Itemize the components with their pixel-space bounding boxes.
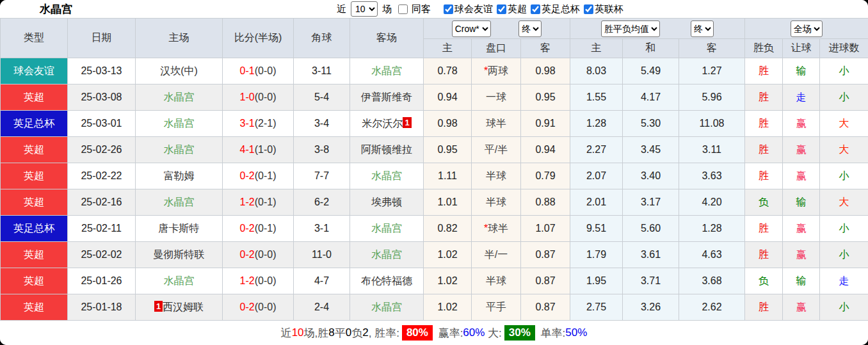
score-cell: 1-0(0-0) — [223, 84, 294, 111]
col-header-corner: 角球 — [294, 19, 350, 58]
summary-segment: 0 — [346, 326, 351, 339]
match-type-badge: 英超 — [1, 84, 68, 111]
competition-checkbox-2[interactable] — [531, 4, 540, 14]
corner-count: 3-11 — [294, 58, 350, 84]
same-venue-label: 同客 — [412, 3, 431, 15]
summary-segment: 平 — [335, 326, 346, 341]
avg-home-odds: 1.55 — [570, 84, 623, 111]
away-team: 阿斯顿维拉 — [350, 137, 424, 163]
handicap-result: 输 — [783, 268, 820, 294]
match-row: 英超25-01-26水晶宫1-2(0-0)4-7布伦特福德1.02半球0.871… — [1, 268, 868, 294]
corner-count: 6-2 — [294, 189, 350, 216]
match-row: 英超25-03-08水晶宫1-0(0-0)5-4伊普斯维奇0.94一球0.951… — [1, 84, 868, 111]
handicap-home-odds: 0.95 — [424, 137, 472, 163]
summary-segment: 60% — [463, 326, 485, 339]
handicap-home-odds: 1.02 — [424, 242, 472, 268]
match-row: 英超25-01-181西汉姆联0-2(0-0)2-4水晶宫1.02平手0.872… — [1, 294, 868, 321]
avg-home-odds: 1.95 — [570, 268, 623, 294]
corner-count: 3-8 — [294, 137, 350, 163]
avg-away-odds: 4.20 — [679, 189, 745, 216]
score-cell: 4-1(1-0) — [223, 137, 294, 163]
subheader-avg-draw: 和 — [623, 39, 679, 58]
recent-count-select[interactable]: 10 — [351, 1, 378, 17]
match-type-badge: 英超 — [1, 242, 68, 268]
competition-label-2: 英足总杯 — [542, 3, 580, 15]
away-team: 水晶宫 — [350, 294, 424, 321]
same-venue-checkbox[interactable] — [398, 4, 408, 14]
competition-label-3: 英联杯 — [595, 3, 623, 15]
team-title: 水晶宫 — [40, 2, 72, 17]
handicap-time-select[interactable]: 终 — [518, 20, 542, 37]
handicap-away-odds: 1.07 — [521, 216, 570, 242]
result-group: 全场 — [745, 19, 868, 39]
avg-draw-odds: 3.45 — [623, 137, 679, 163]
summary-segment: 负 — [351, 326, 362, 341]
away-team: 水晶宫 — [350, 242, 424, 268]
avg-home-odds: 2.27 — [570, 137, 623, 163]
goals-result: 小 — [820, 216, 868, 242]
handicap-line: 一球 — [472, 84, 521, 111]
handicap-result: 赢 — [783, 216, 820, 242]
top-bar: 水晶宫 近 10 场 同客 球会友谊英超英足总杯英联杯 — [0, 0, 868, 18]
handicap-home-odds: 1.11 — [424, 163, 472, 189]
avg-home-odds: 2.01 — [570, 189, 623, 216]
avg-home-odds: 9.51 — [570, 216, 623, 242]
avg-draw-odds: 5.60 — [623, 216, 679, 242]
handicap-away-odds: 0.94 — [521, 137, 570, 163]
subheader-avg-home: 主 — [570, 39, 623, 58]
match-date: 25-01-26 — [68, 268, 136, 294]
outcome-result: 胜 — [745, 137, 783, 163]
bookmaker-select[interactable]: Crow* — [452, 20, 491, 37]
avg-odds-group: 胜平负均值 终 — [570, 19, 745, 39]
avg-draw-odds: 5.30 — [623, 111, 679, 137]
away-team: 水晶宫 — [350, 216, 424, 242]
handicap-home-odds: 0.98 — [424, 111, 472, 137]
match-row: 英足总杯25-02-11唐卡斯特0-2(0-1)3-1水晶宫0.82*球半1.0… — [1, 216, 868, 242]
avg-away-odds: 3.68 — [679, 268, 745, 294]
goals-result: 大 — [820, 137, 868, 163]
games-label: 场 — [382, 3, 392, 15]
handicap-line: 半球 — [472, 163, 521, 189]
match-type-badge: 球会友谊 — [1, 58, 68, 84]
match-type-badge: 英足总杯 — [1, 111, 68, 137]
match-date: 25-03-01 — [68, 111, 136, 137]
handicap-result: 走 — [783, 84, 820, 111]
home-team: 曼彻斯特联 — [136, 242, 223, 268]
avg-away-odds: 5.96 — [679, 84, 745, 111]
avg-away-odds: 2.62 — [679, 294, 745, 321]
competition-label-0: 球会友谊 — [454, 3, 493, 15]
goals-result: 小 — [820, 84, 868, 111]
avg-time-select[interactable]: 终 — [691, 20, 714, 37]
avg-odds-select[interactable]: 胜平负均值 — [601, 20, 660, 37]
outcome-result: 胜 — [745, 58, 783, 84]
match-date: 25-02-16 — [68, 189, 136, 216]
avg-home-odds: 2.07 — [570, 163, 623, 189]
handicap-result: 赢 — [783, 137, 820, 163]
competition-checkbox-3[interactable] — [584, 4, 593, 14]
handicap-result: 赢 — [783, 111, 820, 137]
competition-checkbox-0[interactable] — [444, 4, 453, 14]
home-team: 唐卡斯特 — [136, 216, 223, 242]
summary-segment: 大: — [485, 326, 501, 341]
col-header-away: 客场 — [350, 19, 424, 58]
avg-home-odds: 2.75 — [570, 294, 623, 321]
competition-checkbox-1[interactable] — [497, 4, 506, 14]
summary-segment: 50% — [565, 326, 587, 339]
outcome-result: 胜 — [745, 111, 783, 137]
away-team: 埃弗顿 — [350, 189, 424, 216]
away-team: 水晶宫 — [350, 163, 424, 189]
red-card-badge: 1 — [154, 301, 163, 312]
outcome-result: 胜 — [745, 216, 783, 242]
away-team: 米尔沃尔1 — [350, 111, 424, 137]
outcome-result: 胜 — [745, 294, 783, 321]
match-row: 英超25-02-02曼彻斯特联0-2(0-0)11-0水晶宫1.02半/一0.8… — [1, 242, 868, 268]
outcome-result: 胜 — [745, 163, 783, 189]
subheader-goals-result: 进球数 — [820, 39, 868, 58]
match-type-badge: 英足总杯 — [1, 216, 68, 242]
match-type-badge: 英超 — [1, 137, 68, 163]
outcome-result: 负 — [745, 268, 783, 294]
handicap-result: 赢 — [783, 242, 820, 268]
corner-count: 3-1 — [294, 216, 350, 242]
period-select[interactable]: 全场 — [791, 20, 823, 37]
corner-count: 5-4 — [294, 84, 350, 111]
